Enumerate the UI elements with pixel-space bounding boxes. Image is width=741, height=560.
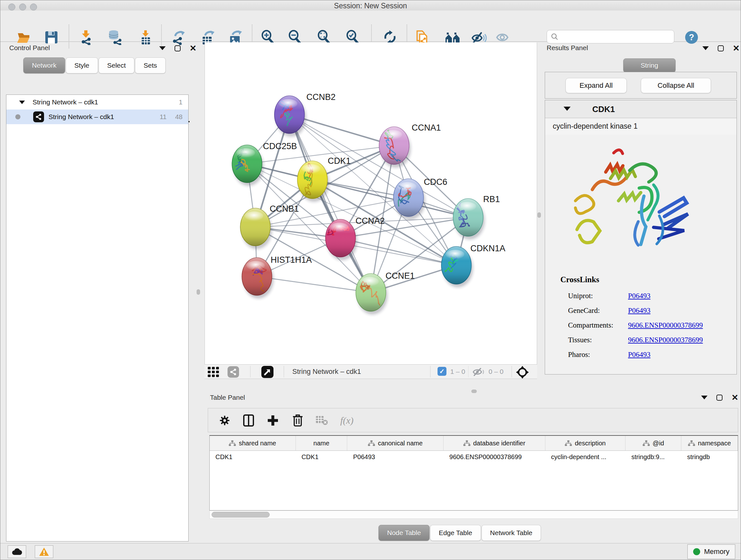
table-cell[interactable]: 9606.ENSP00000378699 bbox=[444, 453, 545, 461]
tab-sets[interactable]: Sets bbox=[135, 57, 165, 73]
crosslink-value[interactable]: 9606.ENSP00000378699 bbox=[628, 336, 703, 344]
network-node-CDC25B[interactable] bbox=[232, 145, 262, 183]
table-cell[interactable]: cyclin-dependent ... bbox=[545, 453, 626, 461]
crosslink-value[interactable]: P06493 bbox=[628, 307, 650, 315]
network-view-icon[interactable] bbox=[227, 366, 239, 378]
entry-header[interactable]: CDK1 bbox=[545, 100, 737, 118]
panel-float-icon[interactable] bbox=[175, 45, 181, 51]
function-builder-icon: f(x) bbox=[339, 413, 354, 428]
network-node-HIST1H1A[interactable] bbox=[242, 258, 272, 295]
warning-button[interactable] bbox=[35, 545, 53, 558]
tab-select[interactable]: Select bbox=[98, 57, 134, 73]
memory-button[interactable]: Memory bbox=[687, 544, 735, 559]
network-row[interactable]: String Network – cdk1 11 48 bbox=[6, 110, 188, 124]
column-header-namespace[interactable]: namespace bbox=[681, 436, 738, 450]
grid-view-icon[interactable] bbox=[208, 367, 222, 377]
cloud-button[interactable] bbox=[8, 545, 26, 558]
table-row[interactable]: CDK1CDK1P064939606.ENSP00000378699cyclin… bbox=[210, 451, 738, 463]
search-input[interactable] bbox=[558, 33, 668, 41]
tab-network[interactable]: Network bbox=[23, 57, 65, 73]
table-cell[interactable]: stringdb:9... bbox=[625, 453, 681, 461]
hidden-counts: 0 – 0 bbox=[488, 368, 503, 375]
main-toolbar: ? bbox=[0, 10, 741, 42]
control-panel-title: Control Panel bbox=[9, 44, 50, 52]
column-header-shared-name[interactable]: shared name bbox=[210, 436, 296, 450]
tree-expand-icon[interactable] bbox=[19, 101, 25, 104]
panel-close-icon[interactable]: ✕ bbox=[733, 45, 740, 51]
panel-float-icon[interactable] bbox=[717, 395, 723, 401]
tab-edge-table[interactable]: Edge Table bbox=[430, 525, 481, 541]
shared-column-icon bbox=[463, 440, 470, 446]
network-collection-row[interactable]: String Network – cdk1 1 bbox=[6, 95, 188, 110]
table-cell[interactable]: CDK1 bbox=[296, 453, 347, 461]
navbar-separator bbox=[250, 366, 251, 377]
table-cell[interactable]: stringdb bbox=[681, 453, 738, 461]
crosslink-value[interactable]: P06493 bbox=[628, 292, 650, 300]
column-header-database-identifier[interactable]: database identifier bbox=[444, 436, 545, 450]
network-node-CDKN1A[interactable] bbox=[441, 246, 471, 284]
node-label: CDC25B bbox=[263, 141, 297, 151]
node-label: HIST1H1A bbox=[271, 255, 312, 265]
collapse-all-button[interactable]: Collapse All bbox=[641, 78, 711, 93]
selected-indicator-checkbox[interactable]: ✓ bbox=[437, 367, 447, 376]
column-label: description bbox=[575, 440, 606, 447]
panel-close-icon[interactable]: ✕ bbox=[190, 45, 197, 51]
network-node-CCNE1[interactable] bbox=[356, 273, 386, 311]
column-label: @id bbox=[653, 440, 664, 447]
network-node-CCNA1[interactable] bbox=[379, 127, 409, 165]
show-columns-icon[interactable] bbox=[241, 413, 256, 428]
left-splitter-handle[interactable] bbox=[197, 289, 200, 295]
panel-close-icon[interactable]: ✕ bbox=[731, 394, 738, 401]
birds-eye-toggle-icon[interactable] bbox=[516, 366, 529, 379]
crosslink-value[interactable]: 9606.ENSP00000378699 bbox=[628, 321, 703, 329]
memory-status-dot bbox=[693, 548, 700, 555]
network-edge[interactable] bbox=[289, 115, 371, 293]
network-node-CCNB1[interactable] bbox=[240, 208, 270, 246]
column-header-description[interactable]: description bbox=[545, 436, 626, 450]
node-label: CCNE1 bbox=[386, 271, 415, 281]
tab-network-table[interactable]: Network Table bbox=[482, 525, 541, 541]
results-content: CDK1 cyclin-dependent kinase 1 bbox=[545, 100, 737, 374]
navbar-separator bbox=[430, 366, 430, 377]
scrollbar-thumb[interactable] bbox=[212, 512, 270, 517]
crosslink-value[interactable]: P06493 bbox=[628, 351, 650, 359]
network-node-CDC6[interactable] bbox=[394, 179, 423, 216]
panel-menu-icon[interactable] bbox=[702, 46, 709, 50]
column-header--id[interactable]: @id bbox=[625, 436, 681, 450]
delete-table-icon[interactable] bbox=[314, 413, 329, 428]
table-gear-icon[interactable] bbox=[217, 413, 232, 428]
table-cell[interactable]: CDK1 bbox=[210, 453, 296, 461]
table-horizontal-scrollbar[interactable] bbox=[209, 510, 738, 519]
panel-menu-icon[interactable] bbox=[159, 46, 165, 50]
network-edge[interactable] bbox=[340, 238, 456, 265]
network-node-CDK1[interactable] bbox=[297, 161, 327, 199]
network-edge[interactable] bbox=[257, 276, 371, 293]
detach-view-icon[interactable] bbox=[261, 366, 273, 378]
node-label: CCNA2 bbox=[355, 216, 385, 226]
search-box[interactable] bbox=[547, 30, 674, 44]
panel-float-icon[interactable] bbox=[718, 45, 724, 51]
panel-menu-icon[interactable] bbox=[701, 395, 708, 399]
table-cell[interactable]: P06493 bbox=[347, 453, 444, 461]
crosslink-row: Tissues:9606.ENSP00000378699 bbox=[568, 333, 731, 348]
column-header-name[interactable]: name bbox=[296, 436, 347, 450]
column-label: namespace bbox=[698, 440, 731, 447]
create-column-icon[interactable] bbox=[265, 413, 280, 428]
network-node-CCNB2[interactable] bbox=[274, 96, 305, 133]
tab-style[interactable]: Style bbox=[66, 57, 98, 73]
crosslink-label: Compartments: bbox=[568, 321, 628, 329]
network-canvas[interactable]: CCNB2CCNA1CDC25BCDK1CDC6RB1CCNB1CCNA2CDK… bbox=[205, 43, 537, 364]
tab-string[interactable]: String bbox=[623, 58, 676, 72]
network-node-CCNA2[interactable] bbox=[325, 219, 355, 257]
expand-all-button[interactable]: Expand All bbox=[565, 78, 627, 93]
right-splitter-handle[interactable] bbox=[537, 212, 541, 218]
table-tabs: Node TableEdge TableNetwork Table bbox=[379, 525, 542, 541]
help-icon[interactable]: ? bbox=[685, 31, 698, 44]
tab-node-table[interactable]: Node Table bbox=[379, 525, 429, 541]
column-header-canonical-name[interactable]: canonical name bbox=[347, 436, 444, 450]
delete-column-icon[interactable] bbox=[290, 413, 306, 428]
shared-column-icon bbox=[565, 440, 572, 446]
crosslink-row: Compartments:9606.ENSP00000378699 bbox=[568, 318, 731, 333]
network-node-RB1[interactable] bbox=[453, 199, 483, 236]
entry-collapse-icon[interactable] bbox=[563, 107, 570, 111]
